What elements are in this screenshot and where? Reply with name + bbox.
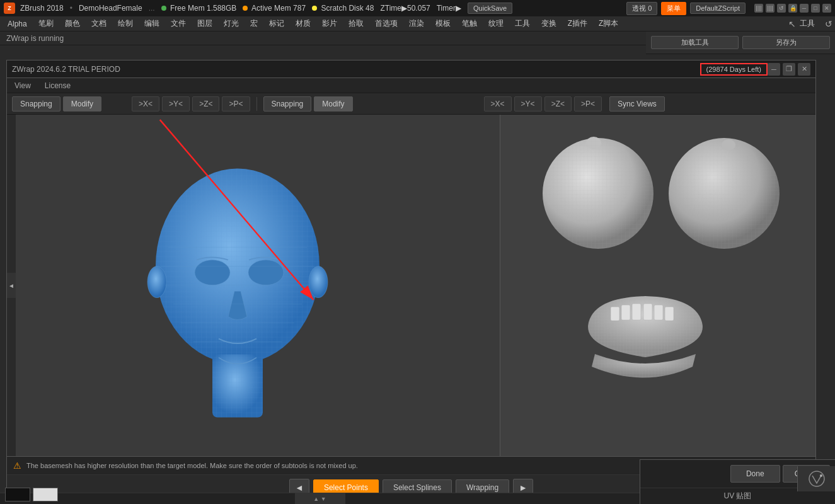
win-ctrl-1[interactable]: |||| xyxy=(754,4,763,13)
menu-transform[interactable]: 变换 xyxy=(536,17,561,30)
scroll-handle[interactable]: ▲ ▼ xyxy=(295,493,345,504)
sync-views-btn[interactable]: Sync Views xyxy=(609,96,665,112)
menu-stroke[interactable]: 笔触 xyxy=(457,17,482,30)
zwrap-view-menu[interactable]: View xyxy=(11,80,35,91)
menu-render[interactable]: 渲染 xyxy=(404,17,429,30)
title-items: ZBrush 2018 • DemoHeadFemale ... Free Me… xyxy=(20,3,621,14)
menu-zscript[interactable]: Z脚本 xyxy=(594,17,623,30)
zwrap-license-menu[interactable]: License xyxy=(41,80,74,91)
menu-color[interactable]: 颜色 xyxy=(60,17,85,30)
uv-icon xyxy=(807,469,826,488)
lock-icon[interactable]: 🔒 xyxy=(788,4,797,13)
win-controls: |||| |||| ↺ 🔒 ─ □ ✕ xyxy=(754,4,831,13)
svg-point-24 xyxy=(722,139,735,151)
win-ctrl-2[interactable]: |||| xyxy=(766,4,775,13)
menu-texture[interactable]: 纹理 xyxy=(483,17,509,30)
axis-x-right[interactable]: >X< xyxy=(484,96,512,112)
svg-point-6 xyxy=(147,266,166,298)
app-name: ZBrush 2018 xyxy=(20,4,64,13)
minimize-icon[interactable]: ─ xyxy=(800,4,809,13)
bottom-swatches xyxy=(5,488,58,501)
axis-p-left[interactable]: >P< xyxy=(222,96,250,112)
teeth-model-svg xyxy=(576,291,715,392)
menu-tool[interactable]: 工具 xyxy=(510,17,535,30)
zwrap-winctrls: ─ ❐ ✕ xyxy=(768,63,810,76)
timer: Timer▶ xyxy=(437,4,461,13)
free-mem-dot xyxy=(161,6,166,11)
active-mem-dot xyxy=(243,6,248,11)
viewport-controls: Snapping Modify >X< >Y< >Z< >P< Snapping… xyxy=(7,93,815,115)
done-button[interactable]: Done xyxy=(730,465,780,483)
menu-material[interactable]: 材质 xyxy=(291,17,316,30)
menu-movie[interactable]: 影片 xyxy=(317,17,342,30)
axis-z-left[interactable]: >Z< xyxy=(192,96,219,112)
foreground-swatch[interactable] xyxy=(5,488,30,501)
svg-rect-25 xyxy=(611,307,619,321)
right-viewport[interactable] xyxy=(500,115,815,456)
menu-template[interactable]: 模板 xyxy=(430,17,456,30)
axis-y-left[interactable]: >Y< xyxy=(162,96,190,112)
left-panel-toggle[interactable]: ◄ xyxy=(7,273,16,298)
modify-btn-left[interactable]: Modify xyxy=(63,96,101,112)
vp-divider xyxy=(256,97,257,111)
menu-light[interactable]: 灯光 xyxy=(219,17,244,30)
sphere1-svg xyxy=(538,134,658,253)
axis-x-left[interactable]: >X< xyxy=(132,96,159,112)
perspective-button[interactable]: 透视 0 xyxy=(626,2,657,15)
menu-edit[interactable]: 编辑 xyxy=(139,17,164,30)
axis-y-right[interactable]: >Y< xyxy=(514,96,542,112)
svg-point-5 xyxy=(248,260,284,285)
svg-rect-29 xyxy=(654,305,663,320)
scratch-dot xyxy=(312,6,317,11)
sphere2-svg xyxy=(664,134,784,253)
menu-pickup[interactable]: 拾取 xyxy=(343,17,369,30)
rotate-icon[interactable]: ↺ xyxy=(777,4,786,13)
menu-file[interactable]: 文件 xyxy=(166,17,191,30)
zwrap-title-text: ZWrap 2024.6.2 TRIAL PERIOD xyxy=(12,65,694,74)
defaultzscript-button[interactable]: DefaultZScript xyxy=(690,3,746,14)
title-sep2: ... xyxy=(149,4,155,13)
menu-macro[interactable]: 宏 xyxy=(245,17,263,30)
menu-right-tools: ↖ 工具 ↺ xyxy=(788,18,832,29)
warning-icon: ⚠ xyxy=(13,461,21,471)
axis-p-right[interactable]: >P< xyxy=(574,96,602,112)
tools-label: 工具 xyxy=(800,18,815,29)
ztime: ZTime▶50.057 xyxy=(380,4,430,13)
left-viewport[interactable] xyxy=(16,115,500,456)
snapping-btn-left[interactable]: Snapping xyxy=(12,96,60,112)
free-mem: Free Mem 1.588GB xyxy=(161,4,237,13)
title-bar: Z ZBrush 2018 • DemoHeadFemale ... Free … xyxy=(0,0,835,16)
menu-zplugin[interactable]: Z插件 xyxy=(563,17,592,30)
svg-point-20 xyxy=(586,137,601,149)
trial-period-box: (29874 Days Left) xyxy=(700,63,768,76)
cursor-icon: ↖ xyxy=(788,19,796,29)
menu-button[interactable]: 菜单 xyxy=(661,2,686,15)
app-icon: Z xyxy=(4,3,15,14)
zwrap-close-btn[interactable]: ✕ xyxy=(798,63,810,76)
save-as-button[interactable]: 另存为 xyxy=(742,36,830,49)
quicksave-button[interactable]: QuickSave xyxy=(468,3,512,14)
menu-preferences[interactable]: 首选项 xyxy=(370,17,403,30)
menu-document[interactable]: 文档 xyxy=(86,17,112,30)
svg-point-7 xyxy=(309,266,328,298)
snapping-btn-right[interactable]: Snapping xyxy=(263,96,312,112)
close-icon[interactable]: ✕ xyxy=(822,4,831,13)
menu-layer[interactable]: 图层 xyxy=(192,17,217,30)
svg-point-23 xyxy=(669,138,780,249)
load-tool-button[interactable]: 加载工具 xyxy=(651,36,739,49)
menu-draw[interactable]: 绘制 xyxy=(113,17,138,30)
axis-z-right[interactable]: >Z< xyxy=(544,96,572,112)
menu-marker[interactable]: 标记 xyxy=(264,17,289,30)
zwrap-restore-btn[interactable]: ❐ xyxy=(783,63,795,76)
zwrap-minimize-btn[interactable]: ─ xyxy=(768,63,780,76)
tool-panel-top: 加载工具 另存为 xyxy=(646,32,835,54)
warning-text: The basemesh has higher resolution than … xyxy=(26,462,358,469)
scratch-disk: Scratch Disk 48 xyxy=(312,4,374,13)
menu-brush[interactable]: 笔刷 xyxy=(33,17,59,30)
bottom-scrollbar[interactable]: ▲ ▼ xyxy=(0,493,640,504)
modify-btn-right[interactable]: Modify xyxy=(314,96,352,112)
menu-alpha[interactable]: Alpha xyxy=(3,18,32,30)
maximize-icon[interactable]: □ xyxy=(811,4,820,13)
background-swatch[interactable] xyxy=(33,488,58,501)
zwrap-submenu: View License xyxy=(7,78,815,93)
